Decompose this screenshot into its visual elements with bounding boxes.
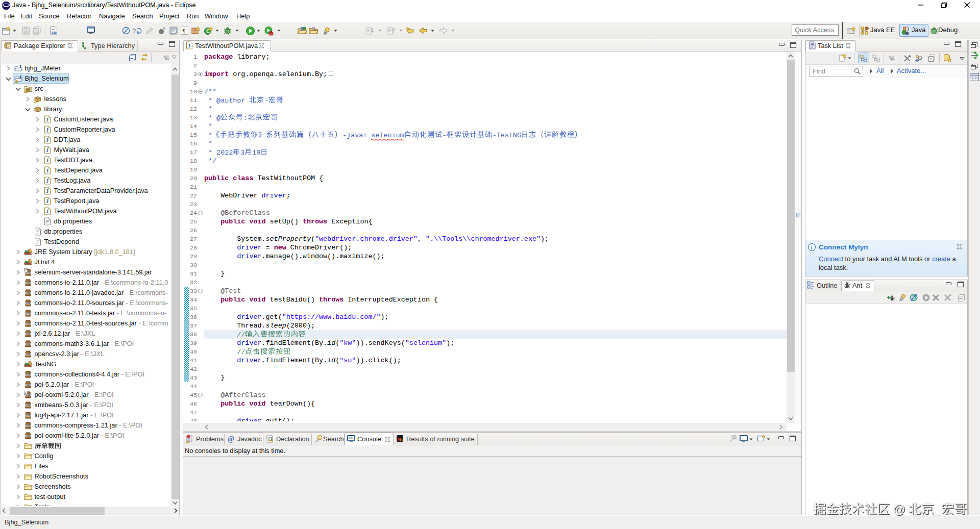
svg-text:¶: ¶ [183, 28, 186, 35]
svg-text:010: 010 [52, 31, 57, 35]
svg-text:010: 010 [26, 322, 31, 325]
svg-text:010: 010 [26, 302, 31, 305]
svg-text:010: 010 [26, 343, 31, 345]
svg-text:010: 010 [26, 414, 31, 417]
svg-text:J: J [46, 178, 48, 184]
svg-text:010: 010 [26, 282, 31, 284]
svg-text:J: J [46, 168, 48, 173]
svg-text:J: J [46, 158, 48, 163]
svg-text:J: J [46, 188, 48, 194]
svg-text:010: 010 [26, 373, 31, 376]
svg-text:010: 010 [26, 312, 31, 315]
svg-text:@: @ [228, 435, 234, 443]
svg-text:i: i [811, 245, 813, 250]
svg-text:J: J [46, 147, 48, 153]
svg-text:J: J [188, 43, 190, 48]
svg-text:J: J [46, 209, 48, 214]
svg-text:010: 010 [26, 404, 31, 407]
svg-text:010: 010 [26, 435, 31, 437]
svg-text:J: J [46, 137, 48, 143]
svg-text:G: G [400, 438, 403, 442]
svg-text:C: C [206, 29, 210, 34]
svg-text:J: J [19, 64, 21, 69]
svg-text:010: 010 [26, 333, 31, 335]
svg-text:J: J [46, 198, 48, 204]
svg-text:010: 010 [26, 384, 31, 386]
svg-text:J: J [907, 27, 910, 32]
svg-text:J: J [46, 117, 48, 122]
svg-text:J: J [46, 127, 48, 133]
svg-text:010: 010 [26, 353, 31, 356]
svg-text:010: 010 [26, 424, 31, 427]
svg-text:?: ? [132, 27, 136, 35]
svg-text:J: J [19, 74, 21, 80]
svg-text:010: 010 [26, 292, 31, 294]
